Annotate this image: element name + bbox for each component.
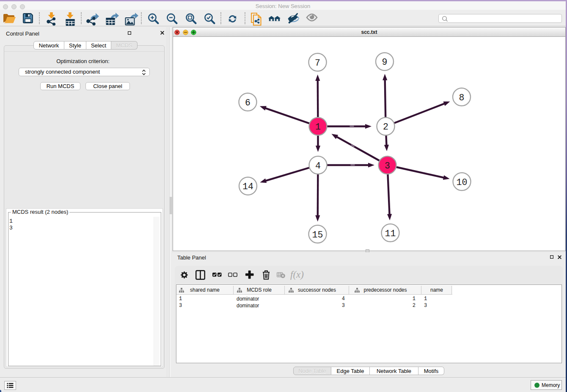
svg-text:14: 14 [242, 182, 253, 192]
svg-text:6: 6 [245, 98, 250, 108]
svg-text:7: 7 [315, 58, 320, 68]
svg-text:11: 11 [385, 229, 396, 239]
svg-text:3: 3 [385, 161, 390, 171]
svg-text:15: 15 [312, 230, 323, 240]
svg-text:9: 9 [382, 57, 388, 67]
svg-text:2: 2 [383, 122, 388, 132]
svg-text:1: 1 [315, 122, 321, 132]
svg-text:10: 10 [457, 177, 468, 188]
svg-text:8: 8 [459, 93, 465, 103]
svg-text:4: 4 [315, 161, 321, 171]
svg-text:f(x): f(x) [290, 269, 304, 280]
